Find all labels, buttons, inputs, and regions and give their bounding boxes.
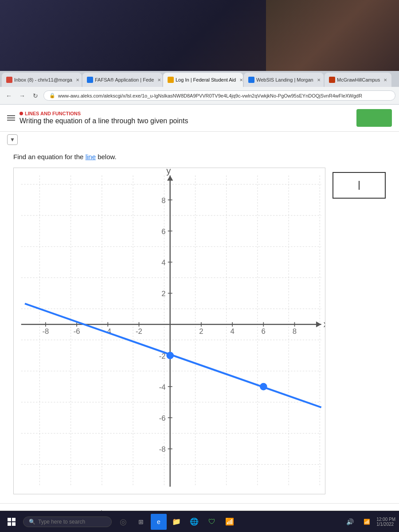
problem-area: Find an equation for the line below. [0, 148, 399, 503]
wifi-icon: 📶 [225, 517, 234, 526]
svg-text:-8: -8 [159, 445, 166, 454]
tab-gmail-label: Inbox (8) - chriv11@morga [14, 77, 72, 82]
line-word: line [86, 153, 96, 160]
header-right-green [356, 109, 392, 127]
svg-text:8: 8 [161, 196, 165, 205]
chrome-icon: 🌐 [190, 517, 199, 526]
taskbar-wifi[interactable]: 📶 [222, 514, 238, 530]
main-content: LINES AND FUNCTIONS Writing the equation… [0, 105, 399, 532]
taskbar-search-icon: 🔍 [29, 519, 35, 525]
taskbar-volume[interactable]: 🔊 [343, 515, 357, 529]
hamburger-line-3 [7, 120, 15, 121]
tab-webslis-label: WebSIS Landing | Morgan [256, 77, 313, 82]
tab-mcgraw-close[interactable]: ✕ [383, 78, 387, 82]
taskbar-edge[interactable]: e [151, 514, 167, 530]
taskbar-search-input[interactable] [38, 519, 105, 525]
problem-instruction: Find an equation for the line below. [13, 153, 386, 160]
svg-text:6: 6 [161, 227, 165, 236]
tab-aleks-label: Log In | Federal Student Aid [176, 77, 236, 82]
taskbar-shield[interactable]: 🛡 [204, 514, 220, 530]
coordinate-graph: x y 2 4 6 8 [14, 168, 325, 494]
collapse-button[interactable]: ▼ [7, 134, 18, 145]
url-bar[interactable]: 🔒 www-awu.aleks.com/alekscgi/x/lsl.exe/1… [43, 90, 395, 101]
fafsa-favicon [87, 77, 93, 83]
address-bar: ← → ↻ 🔒 www-awu.aleks.com/alekscgi/x/lsl… [0, 87, 399, 105]
svg-text:4: 4 [161, 258, 165, 267]
camera-overlay [266, 0, 399, 71]
taskbar-search[interactable]: 🔍 [23, 516, 112, 527]
refresh-button[interactable]: ↻ [30, 90, 41, 101]
svg-text:-8: -8 [42, 327, 49, 336]
section-label: LINES AND FUNCTIONS [20, 111, 352, 116]
tab-aleks-close[interactable]: ✕ [239, 78, 243, 82]
taskbar-chrome[interactable]: 🌐 [186, 514, 202, 530]
tab-fafsa1-close[interactable]: ✕ [157, 78, 161, 82]
hamburger-line-2 [7, 117, 15, 118]
windows-logo [8, 518, 16, 526]
tab-mcgraw[interactable]: McGrawHillCampus ✕ [325, 73, 391, 87]
mcgraw-favicon [329, 77, 335, 83]
point-2 [260, 383, 267, 391]
tab-mcgraw-label: McGrawHillCampus [337, 77, 380, 82]
x-axis-label: x [324, 319, 325, 329]
point-1 [166, 352, 174, 360]
taskview-icon: ⊞ [138, 518, 144, 525]
shield-icon: 🛡 [208, 518, 215, 526]
edge-icon: e [157, 518, 160, 525]
svg-rect-0 [14, 168, 325, 494]
tab-gmail-close[interactable]: ✕ [76, 78, 79, 82]
tab-fafsa1-label: FAFSA® Application | Fede [95, 77, 154, 82]
lock-icon: 🔒 [49, 93, 55, 98]
taskbar-files[interactable]: 📁 [168, 514, 184, 530]
graph-container: x y 2 4 6 8 [13, 168, 325, 494]
header-text-area: LINES AND FUNCTIONS Writing the equation… [20, 111, 352, 125]
taskbar-date: 1/1/2022 [376, 522, 395, 527]
tab-aleks[interactable]: Log In | Federal Student Aid ✕ [163, 73, 243, 87]
volume-icon: 🔊 [346, 518, 354, 525]
answer-cursor [359, 181, 360, 190]
start-button[interactable] [4, 514, 20, 530]
answer-box[interactable] [332, 172, 386, 199]
taskbar-apps: ◎ ⊞ e 📁 🌐 🛡 📶 [115, 514, 238, 530]
tab-fafsa1[interactable]: FAFSA® Application | Fede ✕ [82, 73, 162, 87]
svg-text:6: 6 [262, 327, 266, 336]
taskbar: 🔍 ◎ ⊞ e 📁 🌐 🛡 📶 🔊 📶 1 [0, 511, 399, 532]
url-text: www-awu.aleks.com/alekscgi/x/lsl.exe/1o_… [58, 93, 362, 98]
y-axis-label: y [166, 168, 171, 176]
aleks-header: LINES AND FUNCTIONS Writing the equation… [0, 105, 399, 132]
svg-text:2: 2 [161, 289, 165, 298]
files-icon: 📁 [172, 517, 181, 526]
back-button[interactable]: ← [4, 90, 14, 101]
graph-answer-row: x y 2 4 6 8 [13, 168, 386, 494]
section-title: Writing the equation of a line through t… [20, 117, 352, 125]
taskbar-clock: 12:00 PM 1/1/2022 [376, 517, 395, 527]
svg-text:8: 8 [293, 327, 297, 336]
svg-text:-4: -4 [159, 383, 166, 391]
taskbar-system-icons: 🔊 📶 12:00 PM 1/1/2022 [343, 515, 395, 529]
tab-webslis-close[interactable]: ✕ [317, 78, 321, 82]
forward-button[interactable]: → [17, 90, 27, 101]
hamburger-menu[interactable] [7, 115, 15, 121]
svg-text:-6: -6 [159, 414, 166, 422]
svg-text:-6: -6 [74, 327, 80, 336]
tab-bar: Inbox (8) - chriv11@morga ✕ FAFSA® Appli… [0, 71, 399, 87]
svg-text:2: 2 [199, 327, 203, 336]
browser-chrome: Inbox (8) - chriv11@morga ✕ FAFSA® Appli… [0, 71, 399, 105]
tab-webslis[interactable]: WebSIS Landing | Morgan ✕ [244, 73, 324, 87]
tab-gmail[interactable]: Inbox (8) - chriv11@morga ✕ [2, 73, 82, 87]
webslis-favicon [248, 77, 254, 83]
cortana-icon: ◎ [120, 517, 127, 527]
svg-text:-2: -2 [136, 327, 142, 336]
taskbar-taskview[interactable]: ⊞ [133, 514, 149, 530]
gmail-favicon [6, 77, 12, 83]
chevron-row: ▼ [0, 132, 399, 148]
taskbar-network[interactable]: 📶 [360, 515, 374, 529]
camera-area [0, 0, 399, 71]
network-icon: 📶 [364, 519, 370, 525]
section-dot [20, 112, 23, 115]
svg-text:4: 4 [230, 327, 234, 336]
hamburger-line-1 [7, 115, 15, 116]
aleks-favicon [168, 77, 174, 83]
taskbar-cortana[interactable]: ◎ [115, 514, 131, 530]
taskbar-time: 12:00 PM [376, 517, 395, 522]
